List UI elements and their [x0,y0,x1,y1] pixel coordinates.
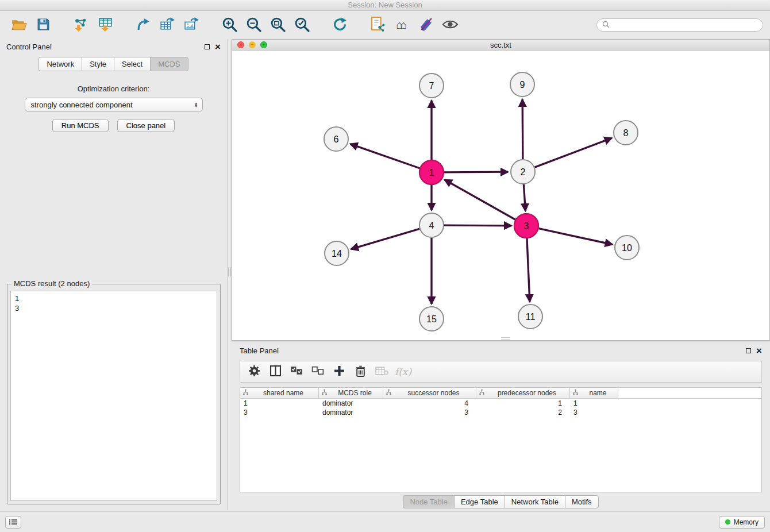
table-tab-network-table[interactable]: Network Table [505,495,565,508]
column-header-mcds-role[interactable]: MCDS role [319,388,383,398]
node-label-6: 6 [334,134,339,144]
status-bar: Memory [0,511,770,532]
column-header-shared-name[interactable]: shared name [240,388,319,398]
table-tab-motifs[interactable]: Motifs [565,495,599,508]
zoom-fit-button[interactable] [265,14,290,36]
delete-row-button[interactable] [350,363,371,381]
control-panel-header: Control Panel × [0,39,227,54]
add-row-button[interactable] [329,363,350,381]
edge-2-3[interactable] [523,184,525,211]
edge-2-8[interactable] [535,138,612,167]
table-panel-header: Table Panel × [232,343,770,358]
show-hide-button[interactable] [438,14,462,36]
open-session-button[interactable] [7,14,31,36]
node-label-7: 7 [429,81,434,91]
minimize-window-icon[interactable]: − [249,41,256,48]
import-network-button[interactable] [69,14,93,36]
window-titlebar: Session: New Session [0,0,770,11]
function-builder-icon: f(x) [395,366,411,377]
table-cell[interactable]: 1 [476,399,570,408]
table-cell[interactable]: 1 [240,399,319,408]
edge-2-9[interactable] [522,99,523,159]
control-tab-mcds[interactable]: MCDS [150,57,188,71]
close-window-icon[interactable]: × [237,41,244,48]
table-cell[interactable]: 4 [383,399,476,408]
table-row[interactable]: 1dominator411 [240,399,761,408]
horizontal-splitter-grip[interactable] [501,337,510,340]
zoom-selected-button[interactable] [290,14,314,36]
table-tab-edge-table[interactable]: Edge Table [454,495,505,508]
table-cell[interactable]: 3 [570,408,618,417]
zoom-window-icon[interactable]: + [260,41,267,48]
edge-3-10[interactable] [538,229,612,245]
duplicate-network-button[interactable] [365,14,390,36]
table-row[interactable]: 3dominator323 [240,408,761,417]
import-table-button[interactable] [93,14,117,36]
close-table-panel-icon[interactable]: × [756,348,762,354]
export-network-icon [136,17,151,33]
node-label-1: 1 [429,168,434,178]
node-label-10: 10 [622,243,632,253]
memory-button-label: Memory [734,518,759,526]
network-canvas[interactable]: 7968124314101511 [232,51,769,340]
function-builder-button: f(x) [392,363,414,381]
table-cell[interactable]: 2 [476,408,570,417]
criterion-dropdown[interactable]: strongly connected component ▲▼ [25,98,203,111]
table-tab-node-table[interactable]: Node Table [403,495,454,508]
export-network-button[interactable] [131,14,155,36]
column-header-predecessor-nodes[interactable]: predecessor nodes [476,388,570,398]
network-overview-button[interactable]: ⌂⌂ [390,14,414,36]
edge-4-3[interactable] [444,225,511,226]
settings-button[interactable] [244,363,265,381]
memory-button[interactable]: Memory [719,516,765,529]
column-layout-button[interactable] [265,363,286,381]
column-header-successor-nodes[interactable]: successor nodes [383,388,476,398]
delete-table-button [371,363,392,381]
export-image-button[interactable] [179,14,203,36]
window-title: Session: New Session [348,1,422,9]
float-table-panel-icon[interactable] [746,348,751,353]
table-panel-title: Table Panel [240,346,279,355]
table-cell[interactable]: 1 [570,399,618,408]
select-all-button[interactable] [286,363,307,381]
edge-3-1[interactable] [445,180,515,219]
control-tab-style[interactable]: Style [82,57,114,71]
edge-1-6[interactable] [351,144,420,168]
table-cell[interactable]: 3 [383,408,476,417]
edge-4-14[interactable] [351,229,419,249]
task-history-button[interactable] [5,516,21,529]
save-session-button[interactable] [31,14,55,36]
duplicate-network-icon [371,17,385,34]
column-type-icon [242,389,249,397]
search-box[interactable] [596,18,763,32]
float-panel-icon[interactable] [205,44,210,49]
refresh-button[interactable] [328,14,352,36]
control-tab-network[interactable]: Network [38,57,82,71]
table-panel: Table Panel × f(x) shared nameMCDS roles… [232,343,770,511]
zoom-out-button[interactable] [241,14,265,36]
style-tool-button[interactable] [414,14,438,36]
column-header-label: MCDS role [329,389,380,397]
export-table-button[interactable] [155,14,179,36]
zoom-in-button[interactable] [217,14,241,36]
toolbar-group [328,14,352,36]
table-cell[interactable]: 3 [240,408,319,417]
table-cell[interactable]: dominator [319,408,383,417]
edge-1-2[interactable] [444,172,508,172]
run-mcds-button[interactable]: Run MCDS [52,119,109,132]
close-panel-icon[interactable]: × [215,44,221,50]
edge-3-11[interactable] [527,238,530,302]
column-type-icon [321,389,328,397]
deselect-all-button[interactable] [307,363,329,381]
control-panel-title: Control Panel [6,43,52,51]
network-window-title: scc.txt [490,41,511,49]
table-header-row: shared nameMCDS rolesuccessor nodesprede… [240,388,761,399]
mcds-result-text: 1 3 [10,291,217,501]
vertical-splitter-grip[interactable] [228,267,231,276]
close-panel-button[interactable]: Close panel [117,119,175,132]
table-cell[interactable]: dominator [319,399,383,408]
search-input[interactable] [613,21,757,29]
control-tab-select[interactable]: Select [114,57,150,71]
column-header-name[interactable]: name [570,388,618,398]
control-panel: Control Panel × NetworkStyleSelectMCDS O… [0,39,228,510]
